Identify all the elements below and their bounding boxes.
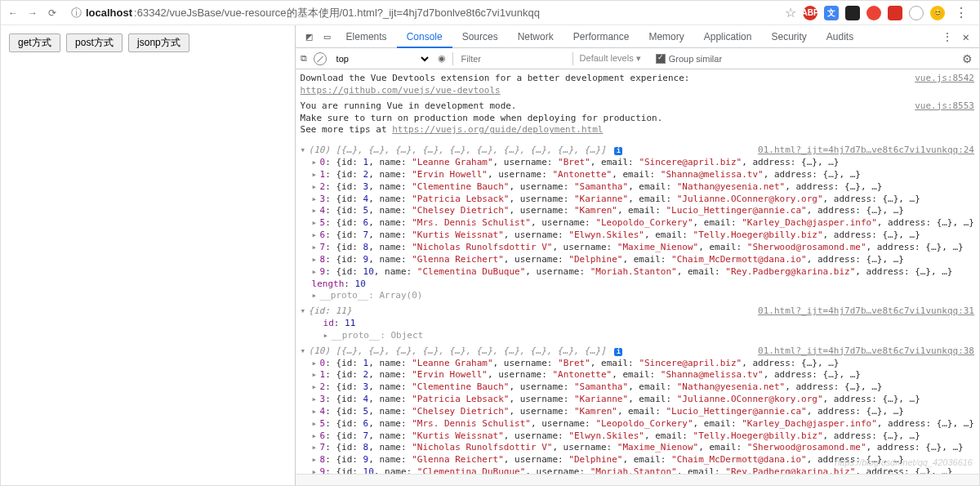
console-line: Download the Vue Devtools extension for … (301, 73, 974, 85)
url-field[interactable]: ⓘ localhost :63342/vueJsBase/vue-resourc… (65, 3, 780, 23)
info-icon: i (614, 147, 622, 155)
bookmark-star-icon[interactable]: ☆ (785, 5, 796, 20)
array-entry[interactable]: 6: {id: 7, name: "Kurtis Weissnat", user… (312, 230, 974, 242)
page-content: get方式 post方式 jsonp方式 (1, 25, 296, 485)
url-host: localhost (86, 7, 132, 19)
divider (572, 52, 573, 65)
translate-icon[interactable]: 文 (824, 6, 839, 20)
array-entry[interactable]: 3: {id: 4, name: "Patricia Lebsack", use… (312, 394, 974, 406)
array-entry[interactable]: 1: {id: 2, name: "Ervin Howell", usernam… (312, 369, 974, 381)
array-entry[interactable]: 0: {id: 1, name: "Leanne Graham", userna… (312, 157, 974, 169)
abp-icon[interactable]: ABP (803, 6, 817, 20)
ext-icon[interactable] (845, 6, 860, 20)
array-entry[interactable]: 8: {id: 9, name: "Glenna Reichert", user… (312, 254, 974, 266)
array-entry[interactable]: 5: {id: 6, name: "Mrs. Dennis Schulist",… (312, 418, 974, 430)
array-entry[interactable]: 7: {id: 8, name: "Nicholas Runolfsdottir… (312, 442, 974, 454)
console-output: vue.js:8542 Download the Vue Devtools ex… (296, 69, 979, 474)
horizontal-scrollbar[interactable] (296, 474, 979, 485)
devtools-close-icon[interactable]: ✕ (958, 30, 974, 43)
source-link[interactable]: 01.html?_ijt=4hj7d7b…ve8t6c7vi1vunkqq:38 (758, 346, 974, 358)
watermark: https://blog.csdn.net/qq_42036616 (835, 457, 973, 467)
array-entry[interactable]: 0: {id: 1, name: "Leanne Graham", userna… (312, 358, 974, 370)
console-line: You are running Vue in development mode. (301, 100, 974, 113)
devtools-tabs: ◩ ▭ Elements Console Sources Network Per… (296, 25, 979, 48)
console-sidebar-toggle-icon[interactable]: ⧉ (301, 53, 307, 64)
group-similar-toggle[interactable]: Group similar (656, 54, 722, 64)
tab-sources[interactable]: Sources (452, 25, 508, 48)
ext-icon[interactable] (909, 6, 924, 20)
source-link[interactable]: 01.html?_ijt=4hj7d7b…ve8t6c7vi1vunkqq:31 (758, 305, 974, 318)
array-entry[interactable]: 9: {id: 10, name: "Clementina DuBuque", … (312, 266, 974, 279)
array-entry[interactable]: 1: {id: 2, name: "Ervin Howell", usernam… (312, 169, 974, 181)
get-button[interactable]: get方式 (9, 33, 60, 52)
array-entry[interactable]: 4: {id: 5, name: "Chelsey Dietrich", use… (312, 205, 974, 217)
console-line: Make sure to turn on production mode whe… (301, 113, 974, 125)
array-entry[interactable]: 3: {id: 4, name: "Patricia Lebsack", use… (312, 194, 974, 206)
nav-back-icon[interactable]: ← (6, 6, 20, 20)
tab-security[interactable]: Security (761, 25, 816, 48)
extension-icons: ☆ ABP 文 😊 ⋮ (785, 5, 974, 20)
devtools-extension-link[interactable]: https://github.com/vuejs/vue-devtools (301, 85, 501, 96)
devtools-menu-icon[interactable]: ⋮ (937, 30, 958, 43)
console-line: See more tips at https://vuejs.org/guide… (301, 124, 974, 136)
array-entry[interactable]: 6: {id: 7, name: "Kurtis Weissnat", user… (312, 430, 974, 443)
nav-reload-icon[interactable]: ⟳ (45, 6, 60, 20)
info-icon: ⓘ (69, 6, 82, 20)
source-link[interactable]: vue.js:8542 (915, 73, 974, 85)
array-entry[interactable]: 2: {id: 3, name: "Clementine Bauch", use… (312, 381, 974, 394)
ext-icon[interactable] (866, 6, 881, 20)
inspect-icon[interactable]: ◩ (301, 30, 318, 42)
browser-menu-icon[interactable]: ⋮ (951, 5, 971, 20)
post-button[interactable]: post方式 (66, 33, 122, 52)
eye-icon[interactable]: ◉ (438, 53, 446, 64)
array-entry[interactable]: 5: {id: 6, name: "Mrs. Dennis Schulist",… (312, 217, 974, 230)
tab-performance[interactable]: Performance (564, 25, 639, 48)
nav-forward-icon[interactable]: → (25, 6, 40, 20)
tab-audits[interactable]: Audits (817, 25, 863, 48)
context-select[interactable]: top (333, 53, 431, 65)
array-entry[interactable]: 4: {id: 5, name: "Chelsey Dietrich", use… (312, 406, 974, 418)
device-toggle-icon[interactable]: ▭ (318, 30, 336, 42)
ext-icon[interactable] (888, 6, 902, 20)
array-entry[interactable]: 9: {id: 10, name: "Clementina DuBuque", … (312, 466, 974, 474)
array-entry[interactable]: 2: {id: 3, name: "Clementine Bauch", use… (312, 181, 974, 194)
tab-console[interactable]: Console (397, 25, 452, 48)
devtools-panel: ◩ ▭ Elements Console Sources Network Per… (296, 25, 979, 485)
source-link[interactable]: vue.js:8553 (915, 100, 974, 113)
array-entry[interactable]: 7: {id: 8, name: "Nicholas Runolfsdottir… (312, 242, 974, 254)
console-filter-bar: ⧉ top ◉ Default levels ▾ Group similar ⚙ (296, 48, 979, 69)
clear-console-icon[interactable] (314, 52, 327, 65)
browser-address-bar: ← → ⟳ ⓘ localhost :63342/vueJsBase/vue-r… (1, 1, 979, 25)
divider (452, 52, 453, 65)
ext-icon[interactable]: 😊 (930, 6, 945, 20)
source-link[interactable]: 01.html?_ijt=4hj7d7b…ve8t6c7vi1vunkqq:24 (758, 145, 974, 157)
deployment-guide-link[interactable]: https://vuejs.org/guide/deployment.html (392, 124, 603, 135)
log-levels-select[interactable]: Default levels ▾ (580, 53, 641, 64)
info-icon: i (614, 348, 622, 356)
tab-network[interactable]: Network (508, 25, 564, 48)
tab-application[interactable]: Application (694, 25, 762, 48)
console-settings-icon[interactable]: ⚙ (962, 52, 974, 65)
tab-memory[interactable]: Memory (639, 25, 693, 48)
url-path: :63342/vueJsBase/vue-resource的基本使用/01.ht… (134, 6, 540, 20)
jsonp-button[interactable]: jsonp方式 (128, 33, 189, 52)
console-filter-input[interactable] (460, 53, 566, 65)
tab-elements[interactable]: Elements (336, 25, 397, 48)
